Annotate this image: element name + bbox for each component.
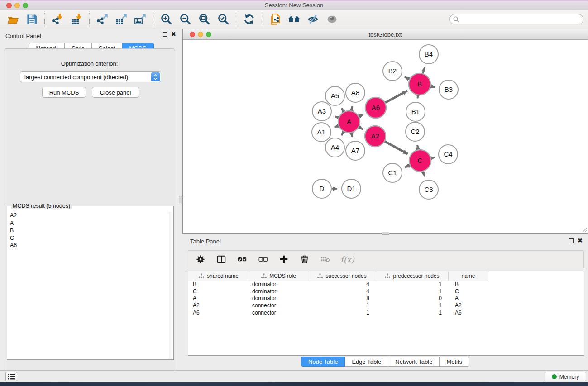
column-header-predecessor-nodes[interactable]: predecessor nodes (376, 271, 449, 281)
refresh-icon[interactable] (242, 12, 256, 27)
table-row[interactable]: A2connector11A2 (188, 302, 584, 310)
split-panel-icon[interactable] (215, 253, 227, 265)
column-header-MCDS-role[interactable]: MCDS role (249, 271, 308, 281)
settings-icon[interactable] (195, 253, 206, 265)
table-cell[interactable]: connector (249, 302, 308, 310)
graph-node-A1[interactable]: A1 (312, 123, 331, 142)
zoom-fit-icon[interactable] (197, 12, 211, 27)
graph-node-A6[interactable]: A6 (365, 97, 386, 118)
table-cell[interactable]: A (449, 295, 488, 302)
birdseye-view-icon[interactable] (325, 12, 339, 27)
close-panel-button[interactable]: Close panel (92, 87, 139, 98)
graph-node-B[interactable]: B (409, 73, 430, 95)
run-mcds-button[interactable]: Run MCDS (42, 87, 86, 98)
table-row[interactable]: A6connector11A6 (188, 310, 584, 317)
close-table-panel-icon[interactable]: ✖ (578, 238, 583, 243)
graph-node-D1[interactable]: D1 (342, 179, 361, 198)
graph-node-B2[interactable]: B2 (383, 62, 402, 81)
float-table-panel-icon[interactable] (569, 238, 574, 243)
graph-node-A[interactable]: A (338, 111, 360, 133)
table-cell[interactable]: 0 (376, 295, 449, 302)
graph-edge-A-A3[interactable] (335, 116, 339, 118)
graph-node-A3[interactable]: A3 (312, 102, 331, 121)
table-cell[interactable]: 1 (308, 310, 376, 317)
resize-grip-icon[interactable] (582, 227, 587, 233)
table-cell[interactable]: dominator (249, 288, 308, 295)
table-cell[interactable]: A (188, 295, 249, 302)
result-list-item[interactable]: A (7, 219, 169, 227)
table-cell[interactable]: 8 (308, 295, 376, 302)
graph-node-C[interactable]: C (409, 150, 431, 172)
table-cell[interactable]: connector (249, 310, 308, 317)
table-cell[interactable]: 1 (376, 281, 449, 288)
column-header-successor-nodes[interactable]: successor nodes (308, 271, 376, 281)
home-view-icon[interactable] (287, 12, 301, 27)
graph-edge-B-B1[interactable] (417, 95, 418, 99)
vertical-split-divider-handle[interactable] (179, 196, 182, 203)
optimization-criterion-dropdown[interactable]: largest connected component (directed) (20, 71, 161, 82)
graph-edge-A-A5[interactable] (342, 108, 344, 112)
table-cell[interactable]: 1 (376, 310, 449, 317)
export-table-icon[interactable] (114, 12, 129, 27)
add-column-icon[interactable] (278, 253, 290, 265)
table-cell[interactable]: dominator (249, 281, 308, 288)
graph-edge-A-A4[interactable] (342, 132, 344, 135)
graph-node-A8[interactable]: A8 (346, 83, 365, 102)
graph-node-C4[interactable]: C4 (439, 145, 458, 164)
column-header-shared-name[interactable]: shared name (188, 271, 249, 281)
tab-edge-table[interactable]: Edge Table (345, 357, 388, 367)
graph-node-A4[interactable]: A4 (325, 138, 344, 157)
save-session-icon[interactable] (24, 12, 39, 27)
network-window-titlebar[interactable]: testGlobe.txt (183, 29, 588, 40)
graph-node-C2[interactable]: C2 (406, 122, 425, 141)
result-list-item[interactable]: A6 (7, 242, 169, 249)
table-cell[interactable]: B (449, 281, 488, 288)
table-cell[interactable]: C (188, 288, 249, 295)
graph-edge-C-C3[interactable] (423, 172, 425, 176)
graph-edge-C-C4[interactable] (431, 157, 435, 158)
table-cell[interactable]: 1 (308, 302, 376, 310)
result-scrollbar[interactable] (169, 212, 173, 359)
graph-edge-B-B4[interactable] (423, 67, 425, 73)
graph-edge-A-A8[interactable] (351, 106, 352, 110)
table-cell[interactable]: B (188, 281, 249, 288)
graph-node-B3[interactable]: B3 (439, 80, 458, 99)
graph-node-B1[interactable]: B1 (406, 102, 425, 121)
table-cell[interactable]: A6 (188, 310, 249, 317)
tab-network-table[interactable]: Network Table (388, 357, 440, 367)
network-overview-icon[interactable] (268, 12, 282, 27)
zoom-out-icon[interactable] (178, 12, 192, 27)
task-history-button[interactable] (5, 372, 17, 381)
hide-graphics-icon[interactable] (306, 12, 320, 27)
graph-node-B4[interactable]: B4 (419, 45, 438, 64)
export-network-icon[interactable] (95, 12, 110, 27)
table-cell[interactable]: 4 (308, 281, 376, 288)
column-header-name[interactable]: name (449, 271, 488, 281)
graph-node-A2[interactable]: A2 (365, 126, 386, 147)
zoom-selected-icon[interactable] (216, 12, 230, 27)
graph-node-A5[interactable]: A5 (325, 86, 344, 105)
close-panel-icon[interactable]: ✖ (171, 32, 176, 37)
graph-edge-C-C2[interactable] (417, 145, 418, 150)
delete-column-icon[interactable] (299, 253, 311, 265)
open-file-icon[interactable] (5, 12, 20, 27)
graph-edge-A-A1[interactable] (335, 126, 339, 127)
table-row[interactable]: Cdominator41C (188, 288, 584, 295)
graph-edge-A2-C[interactable] (385, 142, 408, 154)
graph-node-D[interactable]: D (312, 179, 331, 198)
table-row[interactable]: Adominator80A (188, 295, 584, 302)
result-list-item[interactable]: C (7, 234, 169, 242)
zoom-in-icon[interactable] (159, 12, 173, 27)
graph-edge-A6-B[interactable] (385, 91, 407, 103)
graph-edge-C-C1[interactable] (405, 165, 410, 167)
result-list-item[interactable]: A2 (7, 212, 169, 219)
table-cell[interactable]: 4 (308, 288, 376, 295)
table-cell[interactable]: 1 (376, 302, 449, 310)
result-list-item[interactable]: B (7, 227, 169, 234)
network-canvas[interactable]: AA1A2A3A4A5A6A7A8BB1B2B3B4CC1C2C3C4DD1 (183, 40, 588, 233)
graph-node-C1[interactable]: C1 (383, 163, 402, 182)
graph-edge-B-B2[interactable] (405, 77, 410, 79)
graph-node-A7[interactable]: A7 (346, 141, 365, 160)
deselect-all-icon[interactable] (257, 253, 269, 265)
tab-node-table[interactable]: Node Table (301, 357, 345, 367)
